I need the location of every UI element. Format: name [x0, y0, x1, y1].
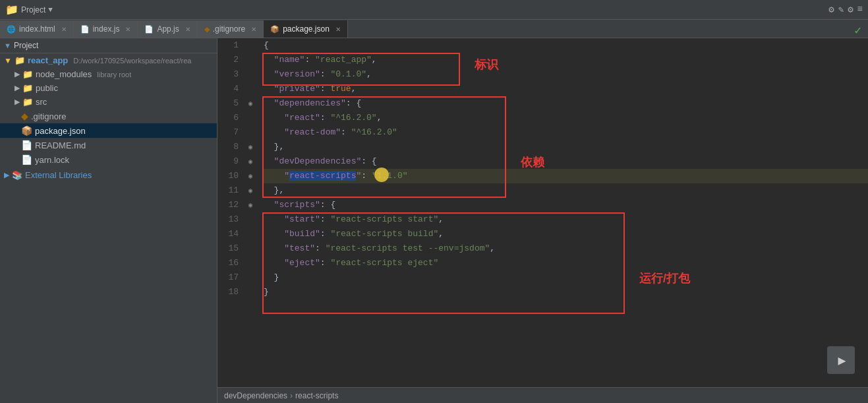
play-button[interactable]: ▶	[827, 346, 855, 374]
sidebar-item-react-app[interactable]: ▼ 📁 react_app D:/work/170925/workspace/r…	[0, 53, 217, 67]
code-line-12: "scripts": {	[264, 198, 868, 212]
readme-icon: 📄	[21, 140, 32, 150]
package-json-icon: 📦	[21, 125, 32, 136]
gutter: ◉ ◉ ◉ ◉ ◉ ◉	[244, 38, 257, 387]
code-line-11: },	[264, 183, 868, 198]
tab-close-gitignore[interactable]: ✕	[251, 26, 256, 33]
ext-libs-expand-icon: ▶	[4, 171, 9, 179]
project-folder-icon: 📁	[14, 55, 25, 65]
js-file-icon-1: 📄	[80, 25, 90, 34]
code-area[interactable]: { "name": "react_app", "version": "0.1.0…	[257, 38, 868, 387]
breadcrumb-dev-deps: devDependencies	[224, 391, 287, 400]
breadcrumb-react-scripts: react-scripts	[295, 391, 338, 400]
cursor-circle	[374, 168, 389, 182]
src-folder-icon: 📁	[22, 97, 33, 107]
code-line-9: "devDependencies": {	[264, 154, 868, 169]
code-line-5: "dependencies": {	[264, 96, 868, 111]
code-line-10: "react-scripts": "1.1.0"	[264, 169, 868, 183]
sidebar-item-gitignore[interactable]: ◆ .gitignore	[0, 109, 217, 123]
tab-close-index-js[interactable]: ✕	[125, 26, 130, 33]
tab-gitignore[interactable]: ◆ .gitignore ✕	[198, 20, 264, 38]
edit-icon[interactable]: ✎	[838, 4, 844, 15]
play-icon: ▶	[838, 352, 846, 369]
sidebar-item-node-modules[interactable]: ▶ 📁 node_modules library root	[0, 67, 217, 81]
sidebar-item-yarn-lock[interactable]: 📄 yarn.lock	[0, 152, 217, 167]
js-file-icon-2: 📄	[144, 25, 154, 34]
tab-index-js[interactable]: 📄 index.js ✕	[74, 20, 138, 38]
tab-close-pkg[interactable]: ✕	[335, 26, 341, 33]
code-line-14: "build": "react-scripts build",	[264, 227, 868, 241]
ext-libs-icon: 📚	[12, 170, 22, 180]
pkg-file-icon: 📦	[270, 25, 279, 34]
sidebar-project-icon: ▼	[4, 42, 11, 49]
project-folder-expand-icon: ▼	[4, 56, 12, 65]
menu-icon[interactable]: ≡	[857, 4, 863, 15]
code-line-3: "version": "0.1.0",	[264, 67, 868, 82]
build-icon[interactable]: ⚙	[848, 4, 853, 15]
tab-close-html[interactable]: ✕	[61, 26, 67, 33]
code-line-2: "name": "react_app",	[264, 53, 868, 67]
node-modules-folder-icon: 📁	[22, 69, 33, 79]
checkmark-icon: ✓	[854, 23, 861, 38]
top-bar: 📁 Project ▼ ⚙ ✎ ⚙ ≡	[0, 0, 868, 20]
sidebar-item-readme[interactable]: 📄 README.md	[0, 138, 217, 152]
gitignore-icon: ◆	[21, 111, 28, 121]
dropdown-arrow[interactable]: ▼	[48, 6, 53, 14]
top-icons: ⚙ ✎ ⚙ ≡	[828, 4, 863, 15]
tab-close-app-js[interactable]: ✕	[185, 26, 190, 33]
sidebar-item-src[interactable]: ▶ 📁 src	[0, 95, 217, 109]
status-bar: devDependencies › react-scripts	[217, 387, 868, 403]
breadcrumb-chevron: ›	[290, 391, 293, 400]
tab-index-html[interactable]: 🌐 index.html ✕	[0, 20, 74, 38]
code-line-1: {	[264, 38, 868, 53]
breadcrumb: devDependencies › react-scripts	[224, 391, 338, 400]
code-line-8: },	[264, 140, 868, 154]
code-line-16: "eject": "react-scripts eject"	[264, 256, 868, 270]
gitignore-file-icon: ◆	[204, 25, 210, 34]
code-line-7: "react-dom": "^16.2.0"	[264, 125, 868, 140]
public-folder-icon: 📁	[22, 83, 33, 93]
code-line-13: "start": "react-scripts start",	[264, 212, 868, 227]
sidebar-header: ▼ Project	[0, 38, 217, 53]
sidebar-item-public[interactable]: ▶ 📁 public	[0, 81, 217, 95]
code-line-6: "react": "^16.2.0",	[264, 111, 868, 125]
tab-app-js[interactable]: 📄 App.js ✕	[138, 20, 197, 38]
src-expand-icon: ▶	[14, 98, 20, 106]
yarn-lock-icon: 📄	[21, 154, 32, 165]
project-path: D:/work/170925/workspace/react/rea	[73, 57, 191, 65]
project-label: Project	[21, 5, 45, 15]
code-line-15: "test": "react-scripts test --env=jsdom"…	[264, 241, 868, 256]
tab-package-json[interactable]: 📦 package.json ✕	[264, 20, 348, 38]
main-area: ▼ Project ▼ 📁 react_app D:/work/170925/w…	[0, 38, 868, 403]
line-numbers: 12345 678910 1112131415 161718	[217, 38, 244, 387]
html-file-icon: 🌐	[7, 25, 16, 34]
public-expand-icon: ▶	[14, 84, 20, 92]
settings-icon[interactable]: ⚙	[828, 4, 834, 15]
editor-area: 12345 678910 1112131415 161718 ◉ ◉ ◉ ◉ ◉…	[217, 38, 868, 403]
node-modules-expand-icon: ▶	[14, 70, 20, 78]
sidebar-item-external-libs[interactable]: ▶ 📚 External Libraries	[0, 168, 217, 182]
sidebar-item-package-json[interactable]: 📦 package.json	[0, 123, 217, 138]
editor-content: 12345 678910 1112131415 161718 ◉ ◉ ◉ ◉ ◉…	[217, 38, 868, 387]
project-folder-icon: 📁	[5, 3, 18, 16]
code-line-4: "private": true,	[264, 82, 868, 96]
code-line-18: }	[264, 285, 868, 299]
tabs-bar: 🌐 index.html ✕ 📄 index.js ✕ 📄 App.js ✕ ◆…	[0, 20, 868, 38]
code-line-17: }	[264, 270, 868, 285]
sidebar: ▼ Project ▼ 📁 react_app D:/work/170925/w…	[0, 38, 217, 403]
